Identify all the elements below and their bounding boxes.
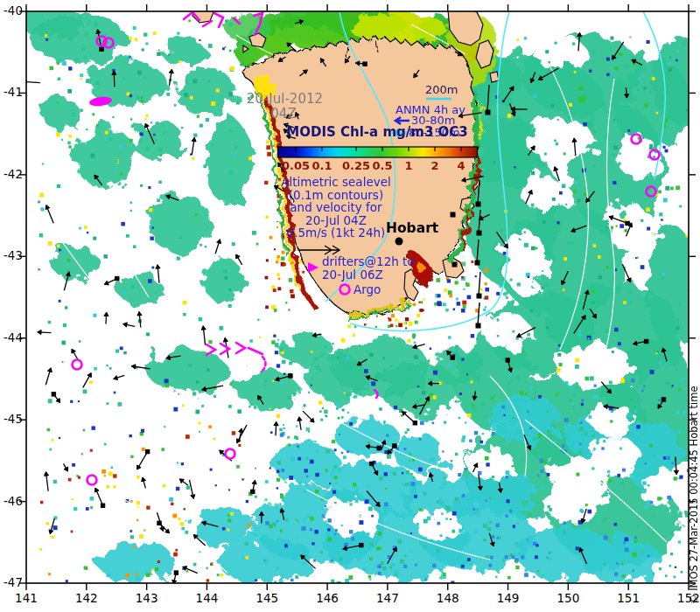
altimetry-line5: 0.5m/s (1kt 24h) [280,226,392,240]
colorbar-tick-label: 4 [457,159,465,172]
imos-watermark: © IMOS 27-Mar-2015 00:04:45 Hobart time [689,386,700,604]
x-tick-label: 141 [15,592,38,605]
y-tick-label: -47 [0,576,23,589]
altimetry-line1: Altimetric sealevel [280,176,392,189]
colorbar-tick-label: 0.25 [342,159,370,172]
x-tick-label: 144 [196,592,219,605]
date-label: 20-Jul-2012 04Z [247,92,320,121]
colorbar-tick-label: 0.1 [312,159,332,172]
y-tick-label: -42 [0,168,23,181]
drifter-note: drifters@12h to 20-Jul 06Z [322,255,415,282]
colorbar-tick-label: 0.5 [372,159,392,172]
colorbar-tick-label: 2 [430,159,438,172]
x-tick-label: 150 [556,592,579,605]
date-line2: 04Z [247,107,320,122]
depth-200m-label: 200m [425,84,458,96]
hobart-city-label: Hobart [386,221,438,236]
date-line1: 20-Jul-2012 [247,92,320,107]
altimetry-line2: (0.1m contours) [280,189,392,202]
x-tick-label: 151 [617,592,640,605]
x-tick-label: 146 [316,592,339,605]
x-tick-label: 149 [497,592,520,605]
altimetry-note: Altimetric sealevel (0.1m contours) and … [280,176,392,240]
x-tick-label: 145 [256,592,278,605]
x-tick-label: 147 [376,592,399,605]
y-tick-label: -45 [0,413,23,426]
drifter-line2: 20-Jul 06Z [322,268,415,282]
colorbar-title: MODIS Chl-a mg/m3 OC3 [277,125,477,140]
y-tick-label: -40 [0,4,23,17]
drifter-line1: drifters@12h to [322,255,415,268]
modis-chl-map-window: 20-Jul-2012 04Z 200m ANMN 4h av 30-80m 8… [0,0,700,612]
x-tick-label: 148 [437,592,459,605]
colorbar-tick-label: 0.05 [282,159,310,172]
x-tick-label: 143 [136,592,158,605]
x-tick-label: 152 [677,592,700,605]
altimetry-line4: 20-Jul 04Z [280,214,392,227]
y-tick-label: -44 [0,331,23,344]
colorbar-tick-label: 1 [404,159,412,172]
y-tick-label: -43 [0,249,23,262]
altimetry-line3: and velocity for [280,201,392,214]
colorbar [278,147,478,157]
x-tick-label: 142 [75,592,98,605]
map-canvas [0,0,700,612]
y-tick-label: -46 [0,495,23,508]
argo-label: Argo [354,283,381,296]
y-tick-label: -41 [0,86,23,99]
hobart-city-dot [396,238,403,246]
